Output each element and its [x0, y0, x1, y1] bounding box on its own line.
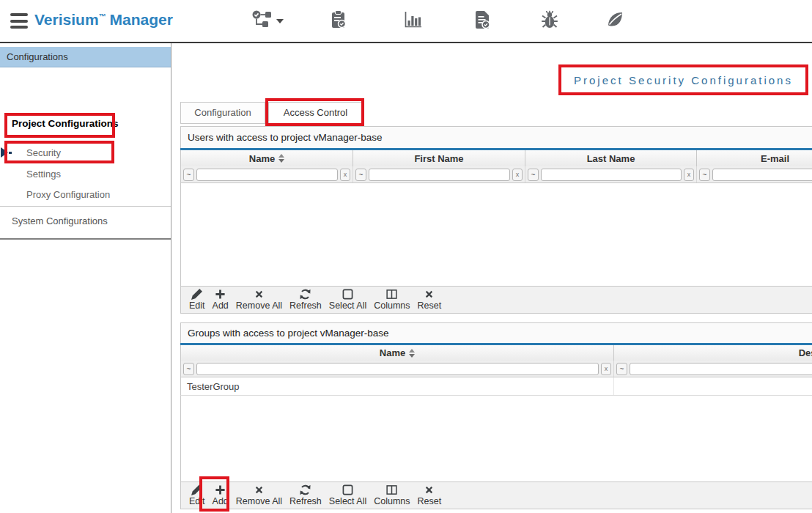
square-icon: [342, 484, 353, 495]
groups-table-header: Name Description: [180, 345, 812, 361]
edit-button[interactable]: Edit: [185, 483, 209, 508]
groups-filter-name: ~ x: [181, 361, 614, 377]
app-logo: Verisium™Manager: [34, 11, 173, 29]
pencil-icon: [191, 484, 202, 495]
clipboard-check-icon[interactable]: [326, 8, 351, 32]
users-column-header-email[interactable]: E-mail: [697, 150, 812, 166]
remove-all-button[interactable]: Remove All: [232, 483, 286, 508]
match-mode-button[interactable]: ~: [616, 363, 627, 375]
app-header: Verisium™Manager: [0, 0, 812, 43]
users-filter-name: ~ x: [181, 166, 353, 182]
clear-filter-button[interactable]: x: [684, 169, 694, 181]
users-email-filter-input[interactable]: [712, 169, 812, 181]
group-description-cell: [614, 377, 812, 395]
groups-section-title: Groups with access to project vManager-b…: [180, 322, 812, 343]
users-section-title: Users with access to project vManager-ba…: [180, 126, 812, 148]
groups-table-body: [180, 396, 812, 481]
groups-column-header-description[interactable]: Description: [614, 345, 812, 361]
table-row[interactable]: TesterGroup: [180, 377, 812, 396]
groups-filter-row: ~ x ~: [180, 361, 812, 377]
app-name: Verisium: [34, 11, 99, 28]
groups-column-header-name[interactable]: Name: [181, 345, 614, 361]
reset-button[interactable]: Reset: [414, 287, 446, 312]
x-icon: [254, 289, 264, 300]
groups-panel: Groups with access to project vManager-b…: [180, 322, 812, 509]
workflow-check-icon[interactable]: [250, 8, 275, 32]
sidebar-vertical-divider: [171, 43, 171, 513]
refresh-button[interactable]: Refresh: [286, 483, 325, 508]
match-mode-button[interactable]: ~: [528, 169, 539, 181]
match-mode-button[interactable]: ~: [183, 169, 194, 181]
sidebar-item-settings[interactable]: Settings: [26, 169, 61, 180]
users-name-filter-input[interactable]: [196, 169, 338, 181]
select-all-button[interactable]: Select All: [325, 287, 370, 312]
pencil-icon: [191, 289, 202, 300]
users-column-header-name[interactable]: Name: [181, 150, 353, 166]
clear-filter-button[interactable]: x: [340, 169, 350, 181]
tab-configuration[interactable]: Configuration: [180, 102, 265, 124]
x-icon: [424, 484, 434, 495]
square-icon: [342, 289, 353, 300]
groups-toolbar: Edit Add Remove All Refresh Select All C…: [180, 481, 812, 509]
bug-icon[interactable]: [537, 8, 562, 32]
refresh-icon: [300, 484, 311, 495]
users-first-name-filter-input[interactable]: [369, 169, 510, 181]
trademark: ™: [99, 12, 106, 21]
sidebar-item-system-configurations[interactable]: System Configurations: [12, 215, 108, 226]
active-item-arrow-tail: [9, 152, 12, 154]
page-title: Project Security Configurations: [561, 67, 805, 92]
sidebar: Configurations Project Configurations Se…: [0, 43, 171, 513]
users-filter-last-name: ~ x: [525, 166, 697, 182]
users-filter-first-name: ~ x: [353, 166, 525, 182]
columns-icon: [386, 289, 397, 300]
add-button[interactable]: Add: [209, 287, 232, 312]
x-icon: [424, 289, 434, 300]
users-last-name-filter-input[interactable]: [541, 169, 682, 181]
users-filter-row: ~ x ~ x ~ x ~: [180, 166, 812, 183]
edit-button[interactable]: Edit: [185, 287, 209, 312]
active-item-arrow-icon: [1, 147, 8, 158]
plus-icon: [215, 484, 226, 495]
users-column-header-last-name[interactable]: Last Name: [525, 150, 697, 166]
app-name-suffix: Manager: [110, 11, 173, 28]
sort-icon: [278, 154, 284, 163]
clear-filter-button[interactable]: x: [601, 363, 611, 375]
users-filter-email: ~: [697, 166, 812, 182]
add-button[interactable]: Add: [209, 483, 232, 508]
match-mode-button[interactable]: ~: [699, 169, 710, 181]
users-column-header-first-name[interactable]: First Name: [353, 150, 525, 166]
sidebar-item-security[interactable]: Security: [26, 147, 61, 158]
hamburger-menu-icon[interactable]: [10, 13, 28, 29]
sort-icon: [409, 349, 415, 358]
x-icon: [254, 484, 264, 495]
refresh-button[interactable]: Refresh: [286, 287, 325, 312]
dropdown-caret-icon[interactable]: [276, 19, 284, 23]
leaf-icon[interactable]: [602, 8, 627, 32]
reset-button[interactable]: Reset: [414, 483, 446, 508]
sidebar-item-project-configurations[interactable]: Project Configurations: [12, 118, 119, 129]
users-table-body: [180, 183, 812, 286]
sidebar-header: Configurations: [0, 47, 171, 67]
group-name-cell: TesterGroup: [181, 377, 614, 395]
sidebar-divider: [0, 206, 171, 207]
plus-icon: [215, 289, 226, 300]
columns-button[interactable]: Columns: [370, 483, 413, 508]
columns-button[interactable]: Columns: [370, 287, 413, 312]
tab-access-control[interactable]: Access Control: [268, 102, 363, 124]
users-panel: Users with access to project vManager-ba…: [180, 126, 812, 314]
match-mode-button[interactable]: ~: [183, 363, 194, 375]
users-toolbar: Edit Add Remove All Refresh Select All C…: [180, 286, 812, 314]
groups-name-filter-input[interactable]: [196, 363, 599, 375]
bar-chart-icon[interactable]: [401, 8, 426, 32]
groups-description-filter-input[interactable]: [630, 363, 812, 375]
clear-filter-button[interactable]: x: [512, 169, 523, 181]
sidebar-item-proxy-configuration[interactable]: Proxy Configuration: [26, 189, 110, 200]
match-mode-button[interactable]: ~: [355, 169, 366, 181]
sidebar-bottom-border: [0, 238, 171, 240]
remove-all-button[interactable]: Remove All: [232, 287, 286, 312]
select-all-button[interactable]: Select All: [325, 483, 370, 508]
document-check-icon[interactable]: [470, 8, 495, 32]
columns-icon: [386, 484, 397, 495]
users-table-header: Name First Name Last Name E-mail: [180, 150, 812, 166]
groups-filter-description: ~: [614, 361, 812, 377]
